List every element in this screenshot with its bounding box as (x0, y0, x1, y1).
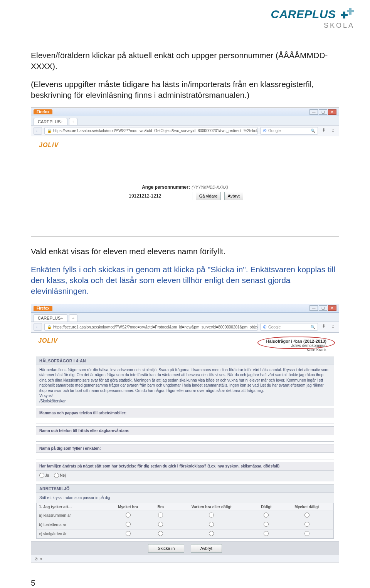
question-label: Har familjen ändrats på något sätt som h… (36, 462, 334, 470)
matrix-cell[interactable] (151, 529, 171, 538)
window-minimize-icon[interactable]: — (309, 305, 318, 311)
download-icon[interactable]: ⬇ (320, 323, 327, 330)
address-bar[interactable]: 🔒 https://secure1.asalon.se/skola/mod/PW… (44, 127, 258, 135)
matrix-cell[interactable] (280, 520, 333, 529)
annotation-circle-icon (257, 337, 335, 349)
paragraph: Vald enkät visas för eleven med elevens … (31, 246, 339, 257)
browser-statusbar: ⊘ x (31, 555, 339, 563)
home-icon[interactable]: ⌂ (330, 127, 336, 134)
new-tab-button[interactable]: + (69, 314, 77, 322)
back-icon[interactable]: ← (34, 127, 42, 135)
search-placeholder: Google (268, 325, 281, 329)
browser-search[interactable]: ⦿ Google 🔍 (260, 323, 318, 331)
survey-header-meta: Hälsofrågor i 4:an (2012-2013) Jolivs de… (261, 337, 332, 353)
brand-logo: CAREPLUS SKOLA (271, 8, 355, 30)
browser-search[interactable]: ⦿ Google 🔍 (260, 127, 318, 135)
page-number: 5 (31, 578, 339, 588)
window-minimize-icon[interactable]: — (309, 109, 318, 115)
cancel-button[interactable]: Avbryt (191, 544, 222, 553)
matrix-cell[interactable] (252, 511, 281, 520)
question-input[interactable] (36, 435, 334, 442)
question-input[interactable] (36, 417, 334, 424)
intro-text: Här nedan finns frågor som rör din hälsa… (39, 368, 328, 393)
section-heading: ARBETSMILJÖ (36, 485, 334, 493)
cancel-button[interactable]: Avbryt (224, 192, 243, 200)
browser-tab[interactable]: CAREPLUS+ (34, 314, 67, 322)
personnummer-hint: (YYYYMMDD-XXXX) (192, 185, 228, 189)
svg-rect-3 (347, 10, 354, 12)
matrix-cell[interactable] (280, 511, 333, 520)
window-titlebar: Firefox — ▢ ✕ (31, 304, 339, 313)
joliv-logo: JOLIV (39, 142, 331, 149)
intro-heading: HÄLSOFRÅGOR I 4:AN (36, 357, 334, 365)
matrix-cell[interactable] (252, 529, 281, 538)
plus-cross-icon (339, 8, 355, 22)
matrix-row-label: b) toaletterna är (37, 520, 106, 529)
matrix-cell[interactable] (151, 520, 171, 529)
logo-text: CAREPLUS (271, 8, 336, 20)
matrix-cell[interactable] (105, 529, 150, 538)
matrix-cell[interactable] (171, 529, 252, 538)
matrix-cell[interactable] (151, 511, 171, 520)
radio-no[interactable]: Nej (54, 473, 66, 478)
paragraph: (Elevens uppgifter måste tidigare ha läs… (31, 79, 339, 101)
matrix-cell[interactable] (252, 520, 281, 529)
url-text: https://secure1.asalon.se/skola/mod/PWS2… (53, 325, 258, 329)
matrix-row-label: a) klassrummen är (37, 511, 106, 520)
svg-rect-1 (341, 14, 348, 16)
joliv-logo: JOLIV (38, 337, 58, 344)
matrix-col: Bra (151, 503, 171, 511)
window-close-icon[interactable]: ✕ (328, 109, 336, 115)
matrix-stem: 1. Jag tycker att… (37, 503, 106, 511)
address-bar[interactable]: 🔒 https://secure1.asalon.se/skola/mod/PW… (44, 323, 258, 331)
section-instruction: Sätt ett kryss i rutan som passar in på … (36, 493, 334, 503)
question-label: Mammas och pappas telefon till arbete/mo… (36, 409, 334, 417)
matrix-col: Dåligt (252, 503, 281, 511)
window-close-icon[interactable]: ✕ (328, 305, 336, 311)
screenshot-personnummer: Firefox — ▢ ✕ CAREPLUS+ + ← 🔒 https://se… (31, 107, 339, 237)
window-titlebar: Firefox — ▢ ✕ (31, 108, 339, 116)
intro-sign: Vi syns! (39, 394, 53, 398)
matrix-cell[interactable] (280, 529, 333, 538)
home-icon[interactable]: ⌂ (330, 323, 336, 330)
matrix-row-label: c) skolgården är (37, 529, 106, 538)
new-tab-button[interactable]: + (69, 118, 77, 125)
matrix-col: Mycket bra (105, 503, 150, 511)
lock-icon: 🔒 (47, 129, 52, 133)
lock-icon: 🔒 (47, 325, 52, 329)
download-icon[interactable]: ⬇ (320, 127, 327, 134)
logo-subtext: SKOLA (271, 22, 355, 30)
search-engine-icon: ⦿ (263, 325, 267, 329)
browser-tab[interactable]: CAREPLUS+ (34, 118, 67, 125)
personnummer-label: Ange personnummer: (142, 184, 190, 190)
back-icon[interactable]: ← (34, 323, 42, 331)
search-placeholder: Google (268, 129, 281, 133)
status-text: x (40, 556, 42, 561)
radio-yes[interactable]: Ja (39, 473, 49, 478)
rating-matrix: 1. Jag tycker att… Mycket bra Bra Varken… (36, 503, 334, 539)
send-button[interactable]: Skicka in (148, 544, 184, 553)
matrix-cell[interactable] (105, 511, 150, 520)
matrix-col: Varken bra eller dåligt (171, 503, 252, 511)
screenshot-survey: Firefox — ▢ ✕ CAREPLUS+ + ← 🔒 https://se… (31, 304, 339, 563)
paragraph: Enkäten fylls i och skickas in genom att… (31, 264, 339, 297)
window-maximize-icon[interactable]: ▢ (319, 109, 327, 115)
question-radio-row: Ja Nej (36, 470, 334, 481)
matrix-col: Mycket dåligt (280, 503, 333, 511)
firefox-badge: Firefox (34, 306, 52, 311)
intro-panel: HÄLSOFRÅGOR I 4:AN Här nedan finns frågo… (36, 357, 334, 407)
intro-sign: /Skolsköterskan (39, 399, 67, 403)
question-input[interactable] (36, 452, 334, 459)
window-maximize-icon[interactable]: ▢ (319, 305, 327, 311)
personnummer-input[interactable] (127, 192, 192, 200)
status-close-icon[interactable]: ⊘ (34, 556, 38, 561)
question-label: Namn på dig som fyller i enkäten: (36, 444, 334, 452)
search-engine-icon: ⦿ (263, 129, 267, 133)
matrix-cell[interactable] (171, 511, 252, 520)
url-text: https://secure1.asalon.se/skola/mod/PWS2… (53, 129, 258, 133)
matrix-cell[interactable] (171, 520, 252, 529)
survey-footer: Skicka in Avbryt (31, 541, 339, 555)
go-button[interactable]: Gå vidare (196, 192, 221, 200)
matrix-cell[interactable] (105, 520, 150, 529)
firefox-badge: Firefox (34, 109, 52, 114)
